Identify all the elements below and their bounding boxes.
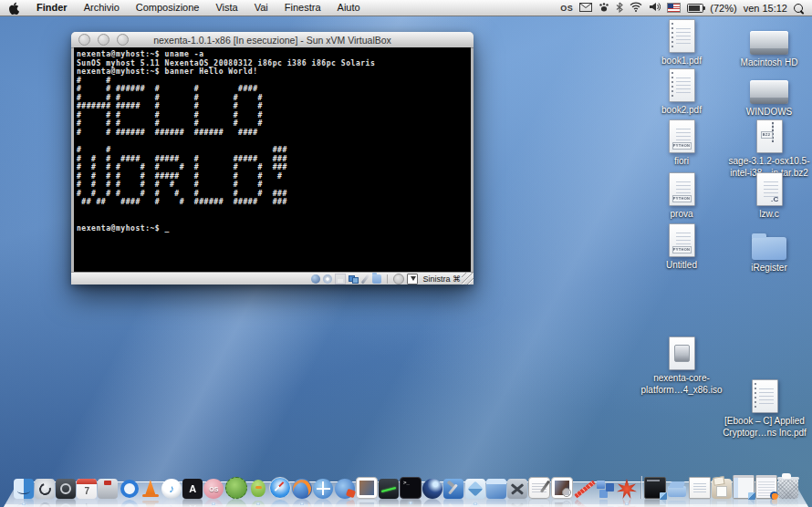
volume-icon[interactable] <box>649 2 661 14</box>
bluetooth-icon[interactable] <box>616 2 623 15</box>
dock-quicktime-icon[interactable] <box>120 479 140 499</box>
dock-bglobe-icon[interactable] <box>313 479 333 499</box>
desktop-icon-untitled[interactable]: PYTHONUntitled <box>636 222 727 271</box>
dock-blacka-icon[interactable]: A <box>182 479 203 499</box>
bz2-file-icon: BZ2 <box>756 119 783 153</box>
menu-archivio[interactable]: Archivio <box>76 0 128 16</box>
dock-activity-icon[interactable] <box>379 479 399 499</box>
dock-icon-glyph: 7 <box>77 483 97 499</box>
page-file-icon: PYTHON <box>669 172 695 206</box>
menu-vai[interactable]: Vai <box>246 0 276 16</box>
resize-grip[interactable] <box>462 273 474 285</box>
running-indicator <box>625 502 629 505</box>
menu-bar-clock[interactable]: ven 15:12 <box>744 3 787 14</box>
desktop-icon-label: book1.pdf <box>636 55 727 67</box>
page-file-icon: PYTHON <box>669 119 695 153</box>
dock-bluebox-icon[interactable] <box>486 479 506 499</box>
desktop-icon-sage-3.1.2-osx10.5-[interactable]: BZ2sage-3.1.2-osx10.5- intel-i38…in.tar.… <box>724 119 812 179</box>
dock-blueprint-icon[interactable] <box>507 479 527 499</box>
dock-term2-icon[interactable]: >_ <box>400 477 422 499</box>
dock-adium-icon[interactable] <box>248 479 268 499</box>
dock-mathematica-icon[interactable] <box>617 479 637 499</box>
menu-composizione[interactable]: Composizione <box>128 0 208 16</box>
desktop-icon-nexenta-core-[interactable]: nexenta-core- platform…4_x86.iso <box>636 336 727 396</box>
cdrom-icon[interactable] <box>323 274 332 284</box>
host-key-label: Sinistra <box>422 274 450 284</box>
file-type-badge: PYTHON <box>672 142 692 150</box>
page-file-icon: .C <box>756 172 783 206</box>
dock-graybox-icon[interactable] <box>98 479 118 499</box>
dock-ospink-icon[interactable]: OS <box>203 479 224 499</box>
desktop-icon--ebook-c-applied[interactable]: [Ebook – C] Applied Cryptogr…ns Inc.pdf <box>719 378 810 439</box>
dock-textedit-icon[interactable] <box>528 477 550 499</box>
close-button[interactable] <box>78 34 90 46</box>
wifi-icon[interactable] <box>630 2 642 14</box>
dock-ffwin-icon[interactable] <box>755 475 777 499</box>
hd-file-icon <box>750 80 788 104</box>
window-titlebar[interactable]: nexenta-1.0.1-x86 [In esecuzione] - Sun … <box>71 32 474 48</box>
apple-menu-icon[interactable] <box>8 2 19 15</box>
menu-finder[interactable]: Finder <box>28 0 76 16</box>
desktop-icon-book2.pdf[interactable]: book2.pdf <box>636 67 727 116</box>
dock-itunes-icon[interactable]: ♪ <box>161 479 182 499</box>
dock-openfolder-icon[interactable] <box>667 479 687 499</box>
network-icon[interactable] <box>349 274 358 284</box>
vm-screen[interactable]: nexenta@myhost:~$ uname -a SunOS myhost … <box>74 47 471 273</box>
vm-status-bar: Sinistra ⌘ <box>71 272 474 285</box>
mail-icon[interactable] <box>579 3 592 14</box>
dock-redruler-icon[interactable] <box>575 479 595 499</box>
desktop-icon-macintosh-hd[interactable]: Macintosh HD <box>724 20 812 68</box>
floppy-icon[interactable] <box>335 274 346 285</box>
dock-xcode-icon[interactable] <box>443 479 463 499</box>
dock-vmthumb-icon[interactable] <box>644 477 666 499</box>
dock-icon-glyph: OS <box>203 479 224 499</box>
dock-globered-icon[interactable] <box>335 479 355 499</box>
running-indicator <box>212 502 215 505</box>
usb-icon[interactable] <box>360 274 370 284</box>
dock-ggear-icon[interactable] <box>225 477 247 499</box>
dock-eclipse-icon[interactable] <box>422 479 442 499</box>
dock-isync-icon[interactable] <box>35 479 55 499</box>
desktop-icon-lzw.c[interactable]: .Clzw.c <box>724 171 812 220</box>
window-title: nexenta-1.0.1-x86 [In esecuzione] - Sun … <box>71 35 474 46</box>
dock-document-icon[interactable] <box>689 477 711 499</box>
battery-icon[interactable] <box>687 4 703 13</box>
desktop-icon-iregister[interactable]: iRegister <box>724 225 812 274</box>
dock-trash-icon[interactable] <box>778 479 798 499</box>
desktop-icon-label: Untitled <box>636 259 727 271</box>
menu-bar-status: OS (72%) ven 15:12 <box>560 2 812 15</box>
shared-folders-icon[interactable] <box>372 274 381 284</box>
battery-percent[interactable]: (72%) <box>710 3 736 14</box>
file-type-badge: BZ2 <box>761 131 773 139</box>
dock-wheel-icon[interactable] <box>56 479 76 499</box>
desktop-icon-prova[interactable]: PYTHONprova <box>636 171 727 220</box>
virtualization-indicator-icon <box>393 274 404 285</box>
dock-vlc-icon[interactable] <box>141 479 161 499</box>
harddisk-activity-icon[interactable] <box>311 274 320 284</box>
spotlight-icon[interactable] <box>794 4 803 13</box>
input-language-flag-icon[interactable] <box>667 3 681 13</box>
os-menu-extra[interactable]: OS <box>560 4 573 13</box>
dock-finder-icon[interactable] <box>14 479 34 499</box>
dock-safari-icon[interactable] <box>269 477 291 499</box>
menu-finestra[interactable]: Finestra <box>276 0 329 16</box>
dock-firefox-icon[interactable] <box>292 479 312 499</box>
minimize-button[interactable] <box>98 34 109 46</box>
dock-vbox-icon[interactable] <box>465 479 485 499</box>
desktop-icon-fiori[interactable]: PYTHONfiori <box>636 119 727 167</box>
dock-package-icon[interactable] <box>712 479 732 499</box>
dock-finwin-icon[interactable] <box>733 475 755 499</box>
desktop: FinderArchivioComposizioneVistaVaiFinest… <box>0 0 812 507</box>
menu-aiuto[interactable]: Aiuto <box>329 0 369 16</box>
dock-photo-icon[interactable] <box>356 477 378 499</box>
dock-blueblocks-icon[interactable] <box>596 479 616 499</box>
desktop-icon-book1.pdf[interactable]: book1.pdf <box>636 18 727 67</box>
zoom-button[interactable] <box>117 34 129 46</box>
paw-icon[interactable] <box>599 2 609 15</box>
menu-vista[interactable]: Vista <box>207 0 245 16</box>
dock-preview-icon[interactable] <box>551 477 573 499</box>
desktop-icon-windows[interactable]: WINDOWS <box>724 69 812 118</box>
dock-separator <box>640 476 641 499</box>
dock-items: 7♪AOS>_ <box>0 475 812 499</box>
dock-ical-icon[interactable]: 7 <box>77 479 97 499</box>
